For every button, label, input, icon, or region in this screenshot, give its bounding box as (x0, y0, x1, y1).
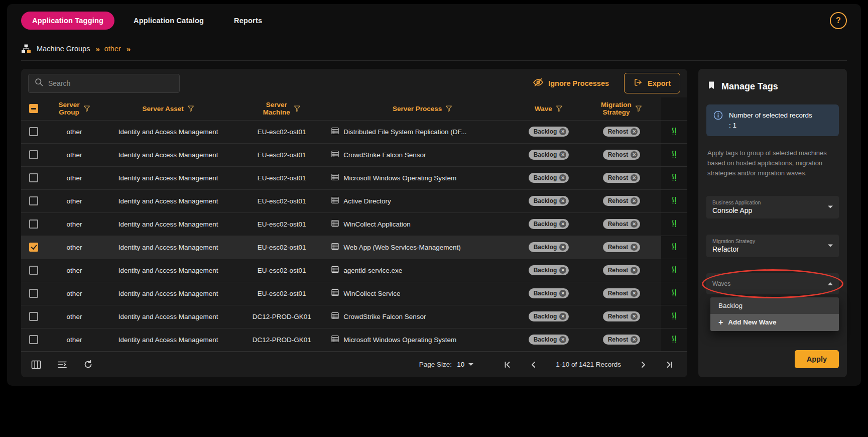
remove-strategy-icon[interactable]: ✕ (631, 313, 638, 320)
row-checkbox[interactable] (29, 243, 38, 252)
remove-wave-icon[interactable]: ✕ (559, 244, 566, 251)
filter-icon[interactable] (83, 105, 90, 112)
table-row[interactable]: other Identity and Access Management EU-… (21, 190, 687, 213)
column-header-server-group[interactable]: Server Group (46, 97, 102, 120)
processes-icon[interactable] (670, 265, 679, 276)
column-header-server-process[interactable]: Server Process (329, 97, 516, 120)
cell-server-machine: DC12-PROD-GK01 (234, 305, 329, 328)
remove-wave-icon[interactable]: ✕ (559, 197, 566, 204)
process-table-icon (331, 289, 339, 298)
breadcrumb-root[interactable]: Machine Groups (37, 45, 90, 53)
tab-application-catalog[interactable]: Application Catalog (122, 12, 215, 30)
process-table-icon (331, 196, 339, 205)
field-value: Console App (712, 206, 824, 214)
processes-icon[interactable] (670, 173, 679, 183)
column-header-server-machine[interactable]: Server Machine (234, 97, 329, 120)
row-checkbox[interactable] (29, 266, 38, 275)
process-table-icon (331, 220, 339, 229)
filter-icon[interactable] (294, 105, 301, 112)
row-checkbox[interactable] (29, 289, 38, 298)
row-checkbox[interactable] (29, 312, 38, 321)
remove-wave-icon[interactable]: ✕ (559, 290, 566, 297)
search-input[interactable] (48, 79, 173, 87)
processes-icon[interactable] (670, 219, 679, 230)
breadcrumb-current[interactable]: other (104, 45, 121, 53)
remove-wave-icon[interactable]: ✕ (559, 336, 566, 343)
row-checkbox[interactable] (29, 196, 38, 205)
remove-wave-icon[interactable]: ✕ (559, 267, 566, 274)
table-row[interactable]: other Identity and Access Management EU-… (21, 167, 687, 190)
row-checkbox[interactable] (29, 173, 38, 182)
tab-reports[interactable]: Reports (223, 12, 273, 30)
menu-item-backlog[interactable]: Backlog (710, 297, 839, 314)
remove-wave-icon[interactable]: ✕ (559, 128, 566, 135)
tab-application-tagging[interactable]: Application Tagging (21, 12, 114, 30)
processes-icon[interactable] (670, 288, 679, 299)
table-row[interactable]: other Identity and Access Management EU-… (21, 236, 687, 259)
remove-strategy-icon[interactable]: ✕ (631, 174, 638, 181)
table-row[interactable]: other Identity and Access Management EU-… (21, 259, 687, 282)
filter-icon[interactable] (445, 105, 452, 112)
remove-strategy-icon[interactable]: ✕ (631, 128, 638, 135)
row-density-icon[interactable] (57, 360, 67, 369)
cell-server-machine: EU-esc02-ost01 (234, 259, 329, 282)
strategy-chip-label: Rehost (608, 336, 629, 343)
previous-page-icon[interactable] (530, 361, 538, 369)
table-row[interactable]: other Identity and Access Management DC1… (21, 305, 687, 329)
filter-icon[interactable] (635, 105, 642, 112)
first-page-icon[interactable] (504, 361, 512, 369)
column-header-migration-strategy[interactable]: Migration Strategy (582, 97, 661, 120)
remove-strategy-icon[interactable]: ✕ (631, 336, 638, 343)
row-checkbox[interactable] (29, 127, 38, 136)
last-page-icon[interactable] (665, 361, 673, 369)
remove-strategy-icon[interactable]: ✕ (631, 221, 638, 228)
waves-select[interactable]: Waves (706, 273, 839, 294)
ignore-processes-button[interactable]: Ignore Processes (533, 77, 609, 89)
remove-strategy-icon[interactable]: ✕ (631, 244, 638, 251)
filter-icon[interactable] (556, 105, 563, 112)
menu-item-add-new-wave[interactable]: + Add New Wave (710, 314, 839, 331)
column-header-wave[interactable]: Wave (516, 97, 582, 120)
table-row[interactable]: other Identity and Access Management EU-… (21, 144, 687, 167)
next-page-icon[interactable] (639, 361, 647, 369)
plus-icon: + (718, 318, 723, 326)
remove-wave-icon[interactable]: ✕ (559, 151, 566, 158)
search-box[interactable] (28, 74, 180, 93)
remove-strategy-icon[interactable]: ✕ (631, 267, 638, 274)
cell-server-group: other (46, 121, 102, 143)
row-checkbox[interactable] (29, 335, 38, 344)
export-button[interactable]: Export (624, 73, 680, 93)
remove-wave-icon[interactable]: ✕ (559, 313, 566, 320)
refresh-icon[interactable] (83, 360, 93, 369)
remove-strategy-icon[interactable]: ✕ (631, 290, 638, 297)
migration-strategy-select[interactable]: Migration Strategy Refactor (706, 235, 839, 257)
page-size-select[interactable]: 10 (457, 361, 473, 368)
table-row[interactable]: other Identity and Access Management DC1… (21, 329, 687, 352)
processes-icon[interactable] (670, 242, 679, 253)
select-all-checkbox[interactable] (29, 104, 38, 113)
process-table-icon (331, 127, 339, 136)
processes-icon[interactable] (670, 311, 679, 322)
table-row[interactable]: other Identity and Access Management EU-… (21, 282, 687, 305)
apply-button[interactable]: Apply (795, 350, 839, 368)
cell-server-asset: Identity and Access Management (102, 282, 234, 305)
remove-strategy-icon[interactable]: ✕ (631, 151, 638, 158)
remove-wave-icon[interactable]: ✕ (559, 221, 566, 228)
remove-wave-icon[interactable]: ✕ (559, 174, 566, 181)
column-header-server-asset[interactable]: Server Asset (102, 97, 234, 120)
business-application-select[interactable]: Business Application Console App (706, 196, 839, 219)
processes-icon[interactable] (670, 196, 679, 206)
columns-icon[interactable] (31, 360, 41, 369)
help-button[interactable]: ? (830, 12, 847, 29)
table-row[interactable]: other Identity and Access Management EU-… (21, 213, 687, 236)
filter-icon[interactable] (187, 105, 194, 112)
processes-icon[interactable] (670, 150, 679, 160)
processes-icon[interactable] (670, 127, 679, 137)
remove-strategy-icon[interactable]: ✕ (631, 197, 638, 204)
processes-icon[interactable] (670, 335, 679, 345)
row-checkbox[interactable] (29, 150, 38, 159)
cell-server-process: WinCollect Application (343, 221, 411, 228)
cell-server-group: other (46, 213, 102, 236)
table-row[interactable]: other Identity and Access Management EU-… (21, 121, 687, 144)
row-checkbox[interactable] (29, 220, 38, 229)
